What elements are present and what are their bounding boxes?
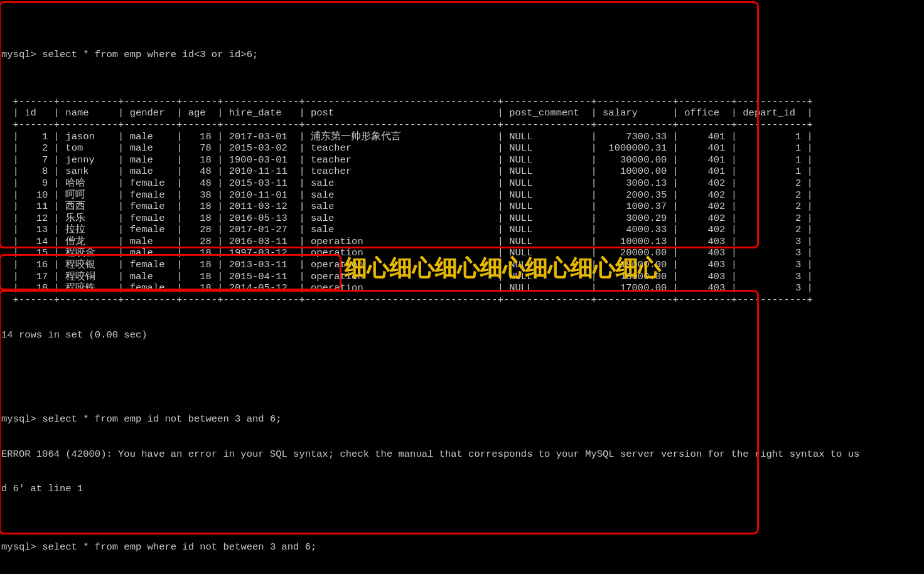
cell-depart_id: 2 <box>737 213 807 225</box>
cell-age: 18 <box>182 131 217 143</box>
cell-hire_date: 2017-01-27 <box>223 224 299 236</box>
column-header-gender: gender <box>124 107 176 119</box>
table-header: |id|name|gender|age|hire_date|post|post_… <box>13 107 813 119</box>
cell-post_comment: NULL <box>503 178 591 189</box>
cell-office: 402 <box>679 224 731 236</box>
cell-id: 10 <box>19 189 54 201</box>
cell-post_comment: NULL <box>503 166 591 178</box>
cell-depart_id: 1 <box>737 154 807 166</box>
cell-post: operation <box>305 236 498 248</box>
cell-salary: 10000.00 <box>597 166 673 178</box>
cell-age: 18 <box>182 282 217 294</box>
column-header-depart_id: depart_id <box>737 107 807 119</box>
cell-gender: male <box>124 154 176 166</box>
cell-salary: 17000.00 <box>597 282 673 294</box>
cell-id: 14 <box>19 236 54 248</box>
cell-depart_id: 3 <box>737 271 807 283</box>
column-header-hire_date: hire_date <box>223 107 299 119</box>
cell-office: 402 <box>679 201 731 213</box>
cell-post: sale <box>305 189 498 201</box>
cell-name: 拉拉 <box>60 224 118 236</box>
cell-post_comment: NULL <box>503 142 591 154</box>
table-separator: +------+----------+---------+------+----… <box>13 119 813 131</box>
cell-gender: male <box>124 131 176 143</box>
column-header-age: age <box>182 107 217 119</box>
cell-office: 403 <box>679 282 731 294</box>
cell-id: 17 <box>19 271 54 283</box>
cell-depart_id: 1 <box>737 166 807 178</box>
column-header-office: office <box>679 107 731 119</box>
cell-salary: 30000.00 <box>597 154 673 166</box>
cell-office: 402 <box>679 189 731 201</box>
table-row: |16|程咬银|female|18|2013-03-11|operation|N… <box>13 259 813 271</box>
cell-post_comment: NULL <box>503 282 591 294</box>
cell-hire_date: 2013-03-11 <box>223 259 299 271</box>
table-row: |1|jason|male|18|2017-03-01|浦东第一帅形象代言|NU… <box>13 131 813 143</box>
cell-gender: female <box>124 189 176 201</box>
cell-age: 18 <box>182 259 217 271</box>
cell-office: 402 <box>679 178 731 189</box>
table-separator: +------+----------+---------+------+----… <box>13 294 813 306</box>
cell-name: 哈哈 <box>60 178 118 189</box>
cell-name: 西西 <box>60 201 118 213</box>
cell-post: teacher <box>305 154 498 166</box>
cell-name: 程咬铜 <box>60 271 118 283</box>
cell-depart_id: 3 <box>737 259 807 271</box>
cell-hire_date: 2017-03-01 <box>223 131 299 143</box>
cell-hire_date: 2016-05-13 <box>223 213 299 225</box>
cell-id: 15 <box>19 247 54 259</box>
cell-office: 401 <box>679 166 731 178</box>
cell-office: 403 <box>679 236 731 248</box>
table-row: |18|程咬铁|female|18|2014-05-12|operation|N… <box>13 282 813 294</box>
sql-query-3: select * from emp where id not between 3… <box>42 541 316 553</box>
mysql-prompt: mysql> <box>1 49 36 61</box>
cell-post_comment: NULL <box>503 201 591 213</box>
cell-depart_id: 2 <box>737 224 807 236</box>
cell-gender: male <box>124 166 176 178</box>
cell-hire_date: 2015-03-02 <box>223 142 299 154</box>
cell-age: 18 <box>182 201 217 213</box>
cell-gender: male <box>124 142 176 154</box>
table-row: |15|程咬金|male|18|1997-03-12|operation|NUL… <box>13 247 813 259</box>
cell-salary: 4000.33 <box>597 224 673 236</box>
cell-depart_id: 2 <box>737 189 807 201</box>
cell-post: teacher <box>305 142 498 154</box>
terminal-output[interactable]: mysql> select * from emp where id<3 or i… <box>0 0 924 574</box>
cell-name: tom <box>60 142 118 154</box>
cell-post: 浦东第一帅形象代言 <box>305 131 498 143</box>
cell-id: 2 <box>19 142 54 154</box>
cell-age: 18 <box>182 247 217 259</box>
table-row: |9|哈哈|female|48|2015-03-11|sale|NULL|300… <box>13 178 813 189</box>
column-header-id: id <box>19 107 54 119</box>
cell-post_comment: NULL <box>503 189 591 201</box>
cell-depart_id: 3 <box>737 247 807 259</box>
cell-salary: 10000.13 <box>597 236 673 248</box>
table-row: |2|tom|male|78|2015-03-02|teacher|NULL|1… <box>13 142 813 154</box>
cell-depart_id: 1 <box>737 131 807 143</box>
cell-post_comment: NULL <box>503 236 591 248</box>
cell-office: 401 <box>679 154 731 166</box>
cell-age: 18 <box>182 154 217 166</box>
cell-post: sale <box>305 201 498 213</box>
cell-salary: 1000.37 <box>597 201 673 213</box>
cell-id: 8 <box>19 166 54 178</box>
cell-post: teacher <box>305 166 498 178</box>
cell-post: operation <box>305 259 498 271</box>
cell-salary: 7300.33 <box>597 131 673 143</box>
cell-age: 48 <box>182 178 217 189</box>
cell-gender: female <box>124 213 176 225</box>
cell-office: 401 <box>679 131 731 143</box>
column-header-post: post <box>305 107 498 119</box>
prompt-line-2: mysql> select * from emp id not between … <box>1 413 923 425</box>
cell-office: 403 <box>679 271 731 283</box>
error-message: ERROR 1064 (42000): You have an error in… <box>1 449 923 460</box>
cell-post: operation <box>305 271 498 283</box>
cell-post: sale <box>305 213 498 225</box>
error-message-2: d 6' at line 1 <box>1 483 923 495</box>
cell-age: 28 <box>182 224 217 236</box>
table-row: |7|jenny|male|18|1900-03-01|teacher|NULL… <box>13 154 813 166</box>
cell-salary: 19000.00 <box>597 259 673 271</box>
mysql-prompt-3: mysql> <box>1 541 36 553</box>
rows-summary-1: 14 rows in set (0.00 sec) <box>1 329 923 341</box>
cell-name: 程咬银 <box>60 259 118 271</box>
